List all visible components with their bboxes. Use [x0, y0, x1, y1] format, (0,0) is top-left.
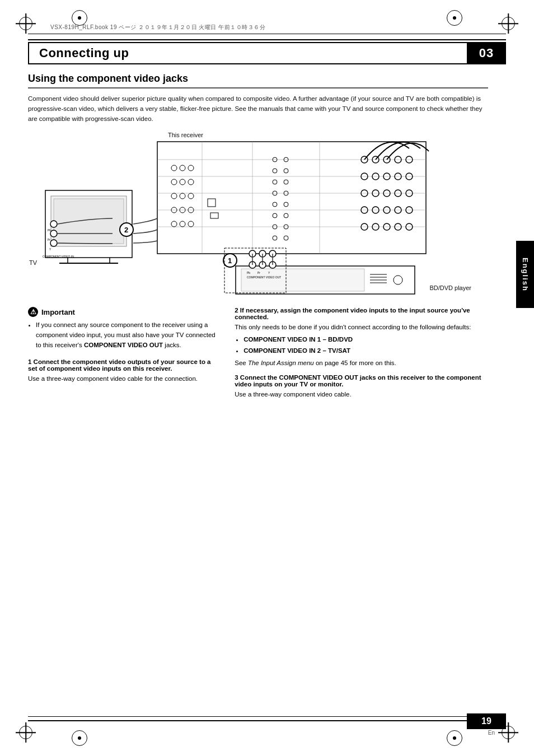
step-2-bullets: COMPONENT VIDEO IN 1 – BD/DVD COMPONENT … [235, 335, 488, 356]
step-1-body: Use a three-way component video cable fo… [28, 374, 221, 384]
footer-line-bottom [28, 720, 506, 721]
step-1-title: 1 Connect the component video outputs of… [28, 358, 221, 372]
svg-point-40 [273, 236, 277, 240]
svg-text:2: 2 [124, 226, 128, 234]
svg-point-84 [394, 276, 402, 284]
svg-point-37 [284, 213, 288, 218]
footer-line-top [28, 716, 506, 717]
svg-point-75 [50, 240, 57, 246]
svg-text:Pr: Pr [48, 238, 50, 241]
svg-text:Y: Y [49, 248, 51, 251]
step-2: 2 If necessary, assign the component vid… [235, 307, 488, 368]
svg-point-30 [273, 180, 277, 184]
svg-text:COMPONENT VIDEO IN: COMPONENT VIDEO IN [43, 255, 74, 258]
svg-point-28 [273, 169, 277, 173]
step-3-title: 3 Connect the COMPONENT VIDEO OUT jacks … [235, 374, 488, 388]
svg-point-35 [284, 202, 288, 207]
svg-point-29 [284, 169, 288, 173]
warning-icon: ⚠ [28, 307, 38, 317]
svg-rect-69 [54, 199, 124, 244]
svg-point-16 [180, 193, 185, 199]
svg-point-23 [188, 221, 194, 227]
step-2-title: 2 If necessary, assign the component vid… [235, 307, 488, 320]
diagram-area: This receiver TV BD/DVD player [28, 132, 488, 297]
step-3-body: Use a three-way component video cable. [235, 390, 488, 400]
chapter-number: 03 [467, 42, 506, 64]
main-content: Using the component video jacks Componen… [28, 73, 488, 683]
svg-point-22 [180, 221, 185, 227]
chapter-header: Connecting up 03 [28, 42, 506, 64]
page-label: En [488, 730, 495, 736]
important-box: ⚠ Important If you connect any source co… [28, 307, 221, 350]
svg-rect-25 [210, 213, 218, 218]
two-col-layout: ⚠ Important If you connect any source co… [28, 307, 488, 405]
chapter-title-text: Connecting up [39, 46, 129, 60]
important-label: Important [41, 308, 75, 316]
right-column: 2 If necessary, assign the component vid… [235, 307, 488, 405]
svg-point-11 [188, 165, 194, 171]
svg-point-41 [284, 236, 288, 240]
bullet-2: COMPONENT VIDEO IN 2 – TV/SAT [243, 346, 488, 356]
svg-point-17 [188, 193, 194, 199]
svg-point-12 [171, 179, 177, 185]
step-1: 1 Connect the component video outputs of… [28, 358, 221, 384]
bullet-1: COMPONENT VIDEO IN 1 – BD/DVD [243, 335, 488, 345]
svg-point-34 [273, 202, 277, 207]
diagram-svg: Pb Pr Y COMPONENT VIDEO IN 2 [28, 132, 488, 297]
svg-rect-24 [208, 199, 216, 207]
svg-point-14 [188, 179, 194, 185]
svg-text:Pb: Pb [247, 271, 250, 274]
svg-point-31 [284, 180, 288, 184]
svg-point-10 [180, 165, 185, 171]
important-text: If you connect any source component to t… [28, 320, 221, 350]
svg-point-9 [171, 165, 177, 171]
step-2-body: This only needs to be done if you didn't… [235, 323, 488, 368]
svg-point-21 [171, 221, 177, 227]
left-column: ⚠ Important If you connect any source co… [28, 307, 221, 405]
svg-text:Pr: Pr [257, 271, 260, 274]
svg-point-73 [50, 221, 57, 227]
step-2-intro: This only needs to be done if you didn't… [235, 324, 471, 330]
step-2-footnote: See The Input Assign menu on page 45 for… [235, 358, 488, 368]
language-tab: English [516, 241, 534, 308]
svg-point-13 [180, 179, 185, 185]
svg-text:COMPONENT VIDEO OUT: COMPONENT VIDEO OUT [247, 276, 281, 279]
page-number-box: 19 [467, 713, 506, 729]
meta-line: VSX-819H_RLF.book 19 ページ ２０１９年１月２０日 火曜日 … [50, 24, 265, 31]
svg-point-15 [171, 193, 177, 199]
svg-text:1: 1 [228, 256, 232, 265]
svg-point-74 [50, 230, 57, 237]
important-title: ⚠ Important [28, 307, 221, 317]
step-3: 3 Connect the COMPONENT VIDEO OUT jacks … [235, 374, 488, 400]
svg-rect-0 [157, 142, 426, 254]
intro-text: Component video should deliver superior … [28, 94, 488, 124]
section-title: Using the component video jacks [28, 73, 488, 88]
svg-point-36 [273, 213, 277, 218]
chapter-title: Connecting up [28, 42, 467, 64]
svg-text:Pb: Pb [48, 228, 51, 232]
